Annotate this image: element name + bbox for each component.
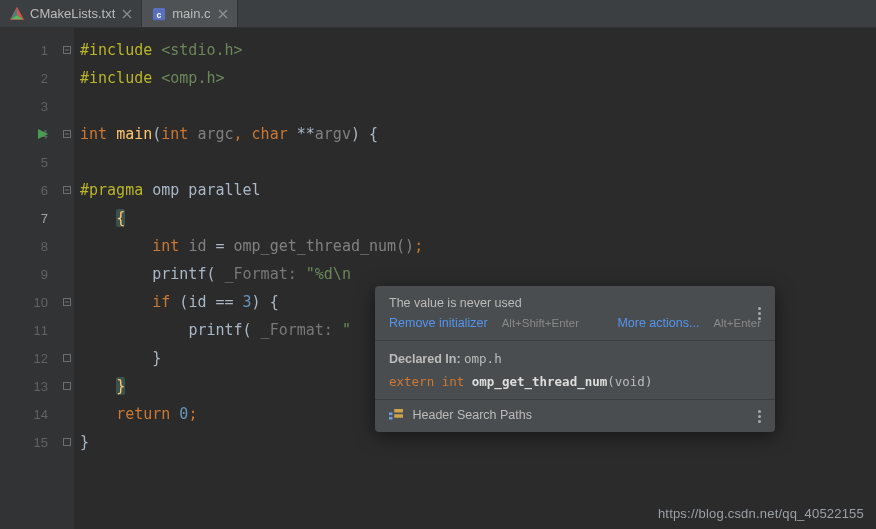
param: argc — [197, 125, 233, 143]
popup-message: The value is never used — [389, 296, 761, 310]
punct: , — [234, 125, 252, 143]
line-number[interactable]: 11 — [0, 316, 60, 344]
pragma-args: omp parallel — [152, 181, 260, 199]
punct: ) — [351, 125, 360, 143]
close-icon[interactable] — [121, 8, 133, 20]
function-name: main — [116, 125, 152, 143]
keyword: if — [152, 293, 179, 311]
keyword: int — [161, 125, 197, 143]
punct: ; — [414, 237, 423, 255]
fold-handle-icon[interactable] — [63, 382, 71, 390]
line-number[interactable]: 6 — [0, 176, 60, 204]
punct: ( — [243, 321, 252, 339]
popup-hsp-section[interactable]: Header Search Paths — [375, 400, 775, 432]
popup-declaration-section: Declared In: omp.h extern int omp_get_th… — [375, 341, 775, 400]
svg-rect-8 — [389, 417, 393, 420]
brace: } — [116, 377, 125, 395]
line-number[interactable]: 14 — [0, 400, 60, 428]
declared-in-file: omp.h — [464, 351, 502, 366]
line-number[interactable]: 10 — [0, 288, 60, 316]
line-number[interactable]: 1 — [0, 36, 60, 64]
folder-tree-icon — [389, 409, 403, 421]
gutter: 1 2 3 4 5 6 7 8 9 10 11 12 13 14 15 — [0, 28, 60, 529]
keyword: char — [252, 125, 297, 143]
function-call: printf — [152, 265, 206, 283]
line-number[interactable]: 13 — [0, 372, 60, 400]
punct: ) — [252, 293, 261, 311]
function-call: omp_get_thread_num() — [234, 237, 415, 255]
popup-menu-icon[interactable] — [751, 305, 767, 321]
params: (void) — [607, 374, 652, 389]
punct: ( — [152, 125, 161, 143]
number: 3 — [243, 293, 252, 311]
fold-handle-icon[interactable] — [63, 46, 71, 54]
header-search-paths-label: Header Search Paths — [412, 408, 532, 422]
quickfix-more-actions[interactable]: More actions... — [617, 316, 699, 330]
line-number[interactable]: 8 — [0, 232, 60, 260]
identifier: id — [188, 237, 206, 255]
keyword: extern — [389, 374, 442, 389]
punct: ; — [188, 405, 197, 423]
symbol-signature: extern int omp_get_thread_num(void) — [389, 374, 761, 389]
keyword: return — [116, 405, 179, 423]
fold-handle-icon[interactable] — [63, 130, 71, 138]
run-gutter-icon[interactable] — [38, 127, 48, 142]
svg-rect-9 — [394, 409, 403, 413]
tab-label: main.c — [172, 6, 210, 21]
preprocessor: #include — [80, 41, 161, 59]
c-file-icon: c — [152, 7, 166, 21]
line-number[interactable]: 5 — [0, 148, 60, 176]
include-file: <omp.h> — [161, 69, 224, 87]
inlay-hint: _Format: — [215, 265, 305, 283]
code-area[interactable]: #include <stdio.h> #include <omp.h> int … — [74, 28, 876, 529]
fold-handle-icon[interactable] — [63, 354, 71, 362]
keyword: int — [152, 237, 188, 255]
punct: ** — [297, 125, 315, 143]
tab-cmakelists[interactable]: CMakeLists.txt — [0, 0, 142, 27]
fold-handle-icon[interactable] — [63, 438, 71, 446]
code-editor: 1 2 3 4 5 6 7 8 9 10 11 12 13 14 15 — [0, 28, 876, 529]
line-number[interactable]: 7 — [0, 204, 60, 232]
keyword: int — [442, 374, 472, 389]
string: " — [342, 321, 351, 339]
fold-column — [60, 28, 74, 529]
line-number[interactable]: 3 — [0, 92, 60, 120]
identifier: id — [188, 293, 206, 311]
fold-handle-icon[interactable] — [63, 186, 71, 194]
shortcut-label: Alt+Shift+Enter — [502, 317, 579, 329]
editor-tabs: CMakeLists.txt c main.c — [0, 0, 876, 28]
param: argv — [315, 125, 351, 143]
include-file: <stdio.h> — [161, 41, 242, 59]
quickfix-remove-initializer[interactable]: Remove initializer — [389, 316, 488, 330]
line-number[interactable]: 12 — [0, 344, 60, 372]
line-number[interactable]: 15 — [0, 428, 60, 456]
line-number[interactable]: 4 — [0, 120, 60, 148]
brace: } — [152, 349, 161, 367]
preprocessor: #include — [80, 69, 161, 87]
fold-handle-icon[interactable] — [63, 298, 71, 306]
svg-rect-7 — [389, 412, 393, 415]
string: "%d\n — [306, 265, 351, 283]
line-number[interactable]: 9 — [0, 260, 60, 288]
op: == — [206, 293, 242, 311]
watermark: https://blog.csdn.net/qq_40522155 — [658, 506, 864, 521]
inlay-hint: _Format: — [252, 321, 342, 339]
declared-in-label: Declared In: — [389, 352, 464, 366]
function-name: omp_get_thread_num — [472, 374, 607, 389]
tab-label: CMakeLists.txt — [30, 6, 115, 21]
line-number[interactable]: 2 — [0, 64, 60, 92]
brace: { — [261, 293, 279, 311]
tab-main-c[interactable]: c main.c — [142, 0, 237, 27]
inspection-popup: The value is never used Remove initializ… — [375, 286, 775, 432]
svg-rect-10 — [394, 414, 403, 418]
svg-text:c: c — [157, 9, 162, 19]
pragma: #pragma — [80, 181, 152, 199]
cmake-icon — [10, 7, 24, 21]
popup-menu-icon[interactable] — [751, 408, 767, 424]
brace: { — [116, 209, 125, 227]
op: = — [206, 237, 233, 255]
function-call: printf — [188, 321, 242, 339]
svg-marker-6 — [38, 129, 48, 139]
brace: } — [80, 433, 89, 451]
close-icon[interactable] — [217, 8, 229, 20]
